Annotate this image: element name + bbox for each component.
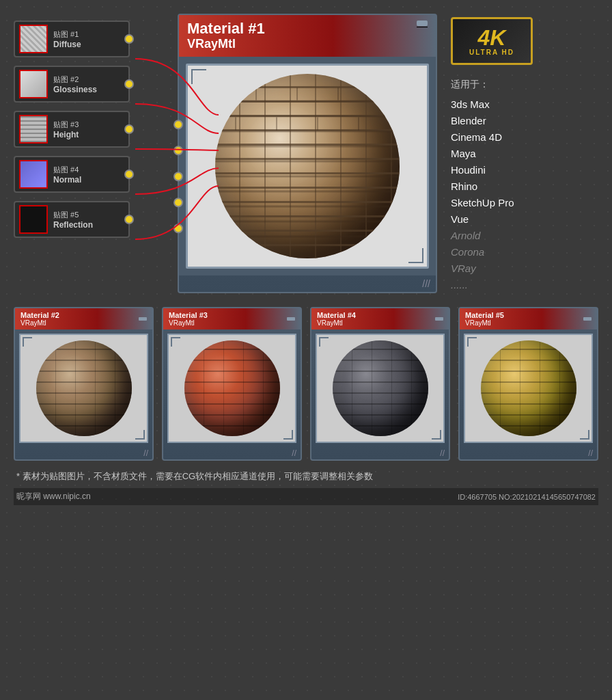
main-preview-frame bbox=[186, 64, 429, 269]
panel-minimize-btn[interactable]: — bbox=[417, 21, 428, 26]
mini-footer-4: // bbox=[311, 447, 449, 459]
node-glossiness-type: Glossiness bbox=[53, 85, 97, 94]
bottom-row: Material #2 VRayMtl // Material #3 VRayM bbox=[14, 307, 598, 461]
node-height-thumb bbox=[19, 115, 48, 144]
compat-vue: Vue bbox=[451, 211, 560, 228]
mini-header-2: Material #2 VRayMtl bbox=[15, 308, 152, 329]
compat-label: 适用于： bbox=[451, 79, 560, 91]
node-normal-thumb bbox=[19, 160, 48, 189]
node-height[interactable]: 贴图 #3 Height bbox=[14, 111, 130, 148]
panel-connector-2 bbox=[173, 146, 183, 155]
node-diffuse-type: Diffuse bbox=[53, 40, 81, 49]
node-normal-connector bbox=[124, 170, 134, 179]
node-glossiness[interactable]: 贴图 #2 Glossiness bbox=[14, 66, 130, 103]
mini-sphere-2 bbox=[36, 340, 132, 436]
main-brick-sphere bbox=[215, 74, 400, 258]
mini-footer-2: // bbox=[15, 447, 152, 459]
mini-panel-2: Material #2 VRayMtl // bbox=[14, 307, 154, 461]
node-normal[interactable]: 贴图 #4 Normal bbox=[14, 156, 130, 193]
mini-btn-3[interactable] bbox=[287, 317, 295, 321]
compat-3dsmax: 3ds Max bbox=[451, 96, 560, 113]
mini-btn-2[interactable] bbox=[139, 317, 147, 321]
compat-rhino: Rhino bbox=[451, 178, 560, 195]
mini-brick-3 bbox=[184, 340, 280, 436]
compat-corona: Corona bbox=[451, 244, 560, 260]
mini-preview-2 bbox=[15, 329, 152, 447]
top-section: 贴图 #1 Diffuse 贴图 #2 Glossiness bbox=[14, 14, 598, 293]
mini-frame-3 bbox=[167, 334, 296, 443]
mini-preview-4 bbox=[311, 329, 449, 447]
watermark-left: 昵享网 www.nipic.cn bbox=[16, 491, 91, 502]
compat-arnold: Arnold bbox=[451, 228, 560, 244]
compat-blender: Blender bbox=[451, 113, 560, 129]
mini-title-block-2: Material #2 VRayMtl bbox=[20, 311, 59, 327]
node-height-info: 贴图 #3 Height bbox=[53, 120, 79, 139]
node-height-type: Height bbox=[53, 130, 79, 139]
panel-connectors bbox=[173, 120, 183, 233]
brick-svg-detail bbox=[215, 74, 400, 258]
node-reflection-info: 贴图 #5 Reflection bbox=[53, 210, 93, 230]
mini-title-4: Material #4 bbox=[317, 311, 356, 319]
node-diffuse[interactable]: 贴图 #1 Diffuse bbox=[14, 21, 130, 57]
mini-title-block-4: Material #4 VRayMtl bbox=[317, 311, 356, 327]
panel-connector-5 bbox=[173, 224, 183, 233]
badge-4k-sub: ULTRA HD bbox=[469, 49, 514, 56]
main-material-header: Material #1 VRayMtl — bbox=[179, 15, 436, 57]
mini-panel-4: Material #4 VRayMtl // bbox=[310, 307, 450, 461]
node-glossiness-title: 贴图 #2 bbox=[53, 75, 97, 85]
node-diffuse-thumb bbox=[19, 25, 48, 53]
node-glossiness-connector bbox=[124, 79, 134, 89]
mini-footer-5: // bbox=[460, 447, 597, 459]
compat-list: 3ds Max Blender Cinema 4D Maya Houdini R… bbox=[451, 96, 560, 293]
main-material-subtitle: VRayMtl bbox=[187, 37, 265, 51]
panel-connector-3 bbox=[173, 172, 183, 181]
panel-connector-1 bbox=[173, 120, 183, 129]
main-content: 贴图 #1 Diffuse 贴图 #2 Glossiness bbox=[0, 0, 612, 512]
mini-btn-5[interactable] bbox=[583, 317, 592, 321]
mini-subtitle-5: VRayMtl bbox=[465, 319, 504, 327]
mini-sphere-3 bbox=[184, 340, 280, 436]
mini-preview-3 bbox=[163, 329, 301, 447]
compat-maya: Maya bbox=[451, 146, 560, 162]
main-material-title-block: Material #1 VRayMtl bbox=[187, 21, 265, 51]
compat-vray: VRay bbox=[451, 260, 560, 277]
mini-brick-4 bbox=[333, 340, 428, 436]
node-diffuse-title: 贴图 #1 bbox=[53, 29, 81, 40]
badge-4k-text: 4K bbox=[478, 27, 506, 49]
compat-sketchup: SketchUp Pro bbox=[451, 195, 560, 211]
mini-preview-5 bbox=[460, 329, 597, 447]
main-material-title: Material #1 bbox=[187, 21, 265, 37]
main-material-preview bbox=[179, 57, 436, 275]
watermark-right: ID:4667705 NO:20210214145650747082 bbox=[458, 493, 596, 501]
node-glossiness-info: 贴图 #2 Glossiness bbox=[53, 75, 97, 94]
node-reflection-title: 贴图 #5 bbox=[53, 210, 93, 220]
mini-footer-3: // bbox=[163, 447, 301, 459]
mini-panel-3: Material #3 VRayMtl // bbox=[162, 307, 302, 461]
compat-houdini: Houdini bbox=[451, 162, 560, 178]
node-reflection-type: Reflection bbox=[53, 220, 93, 230]
node-reflection-connector bbox=[124, 215, 134, 224]
mini-btn-4[interactable] bbox=[435, 317, 443, 321]
mini-frame-5 bbox=[464, 334, 593, 443]
node-reflection-thumb bbox=[19, 205, 48, 234]
badge-4k: 4K ULTRA HD bbox=[451, 17, 533, 65]
panel-connector-4 bbox=[173, 198, 183, 207]
mini-subtitle-2: VRayMtl bbox=[20, 319, 59, 327]
mini-header-5: Material #5 VRayMtl bbox=[460, 308, 597, 329]
panel-controls: — bbox=[417, 21, 428, 26]
watermark-bar: 昵享网 www.nipic.cn ID:4667705 NO:202102141… bbox=[14, 488, 598, 505]
node-glossiness-thumb bbox=[19, 70, 48, 98]
mini-frame-2 bbox=[19, 334, 148, 443]
mini-panel-5: Material #5 VRayMtl // bbox=[458, 307, 598, 461]
mini-header-4: Material #4 VRayMtl bbox=[311, 308, 449, 329]
mini-title-block-5: Material #5 VRayMtl bbox=[465, 311, 504, 327]
node-editor: 贴图 #1 Diffuse 贴图 #2 Glossiness bbox=[14, 14, 164, 293]
main-panel-footer: /// bbox=[179, 275, 436, 292]
node-normal-type: Normal bbox=[53, 175, 81, 185]
node-reflection[interactable]: 贴图 #5 Reflection bbox=[14, 201, 130, 238]
compat-cinema4d: Cinema 4D bbox=[451, 129, 560, 146]
mini-brick-5 bbox=[481, 340, 576, 436]
mini-sphere-5 bbox=[481, 340, 576, 436]
node-normal-title: 贴图 #4 bbox=[53, 165, 81, 175]
mini-title-block-3: Material #3 VRayMtl bbox=[169, 311, 208, 327]
